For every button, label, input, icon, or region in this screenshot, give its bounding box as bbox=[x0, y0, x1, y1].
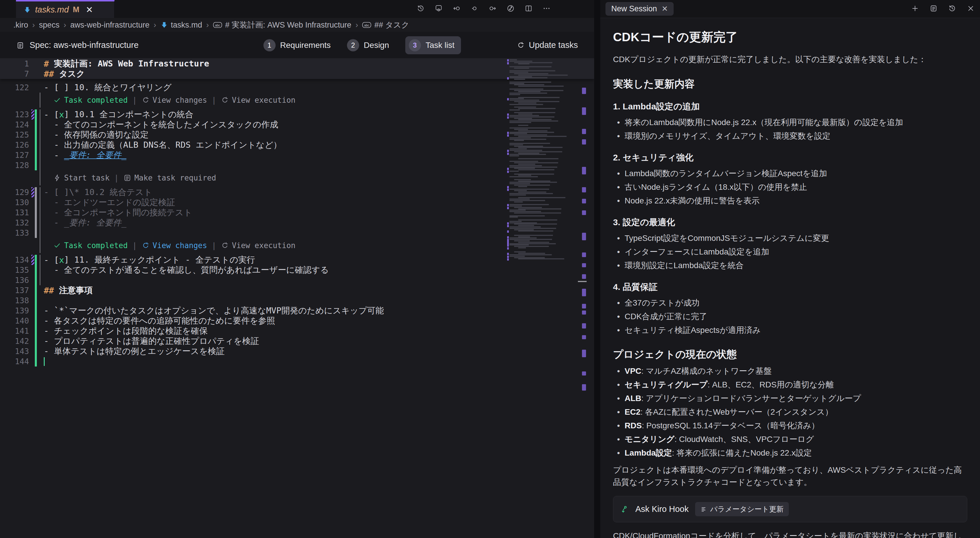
codelens-action[interactable]: Task completed bbox=[53, 241, 128, 250]
line-number: 144 bbox=[0, 357, 31, 366]
token-text: | bbox=[132, 96, 137, 105]
overview-change-block bbox=[582, 199, 586, 204]
spec-step-requirements[interactable]: 1Requirements bbox=[263, 39, 331, 51]
minimap-change-marker bbox=[507, 231, 509, 233]
step-label: Requirements bbox=[280, 41, 331, 50]
chat-plus-button[interactable] bbox=[911, 4, 919, 14]
minimap-line bbox=[518, 169, 554, 170]
card-chip[interactable]: パラメータシート更新 bbox=[695, 502, 789, 516]
chat-history-button[interactable] bbox=[948, 4, 956, 14]
chat-close-button[interactable] bbox=[967, 4, 975, 14]
overview-change-block bbox=[582, 139, 586, 145]
modified-gutter-mark bbox=[31, 110, 34, 119]
token-text: - 全コンポーネント間の接続テスト bbox=[44, 207, 192, 217]
update-tasks-button[interactable]: Update tasks bbox=[517, 40, 578, 50]
codelens-action[interactable]: Make task required bbox=[123, 173, 216, 182]
diff-added-bar bbox=[35, 130, 37, 140]
minimap-line bbox=[509, 144, 523, 145]
token-text: - 各タスクは特定の要件への追跡可能性のために要件を参照 bbox=[44, 316, 275, 326]
chat-tab-close-icon[interactable]: ✕ bbox=[662, 4, 668, 13]
toolbar-history-button[interactable] bbox=[417, 4, 425, 14]
modified-gutter-mark bbox=[31, 255, 34, 265]
svg-text:abc: abc bbox=[364, 24, 370, 27]
overview-change-block bbox=[582, 310, 586, 315]
minimap-change-marker bbox=[507, 170, 509, 173]
codelens-action[interactable]: View changes bbox=[142, 96, 207, 105]
toolbar-graph-button[interactable] bbox=[506, 4, 515, 14]
code-token: - 単体テストは特定の例とエッジケースを検証 bbox=[44, 345, 224, 357]
gutter-space bbox=[31, 228, 34, 238]
minimap-line bbox=[518, 180, 550, 181]
token-text: - 依存関係の適切な設定 bbox=[44, 130, 148, 140]
token-text: タスク bbox=[59, 69, 85, 79]
codelens-action[interactable]: Start task bbox=[53, 173, 110, 182]
token-text: - [ bbox=[44, 255, 59, 265]
pane-divider[interactable] bbox=[594, 0, 600, 538]
minimap-line bbox=[509, 94, 520, 95]
minimap-line bbox=[509, 100, 539, 101]
codelens-action[interactable]: View changes bbox=[142, 241, 207, 250]
diff-added-bar bbox=[35, 275, 37, 285]
breadcrumb-item[interactable]: abc## タスク bbox=[362, 20, 409, 30]
toolbar-nav-forward-button[interactable] bbox=[488, 4, 497, 14]
code-line-129: 129- [ ]\* 10.2 統合テスト bbox=[0, 187, 594, 197]
breadcrumb-item[interactable]: .kiro bbox=[13, 21, 28, 30]
spec-step-task-list[interactable]: 3Task list bbox=[405, 36, 461, 54]
minimap-line bbox=[518, 209, 562, 210]
breadcrumb-item[interactable]: specs bbox=[39, 21, 59, 30]
minimap-line bbox=[514, 134, 547, 135]
bullet-item: CDK合成が正常に完了 bbox=[613, 311, 967, 322]
token-text: - 全てのテストが通ることを確認し、質問があればユーザーに確認する bbox=[44, 265, 329, 275]
minimap-line bbox=[509, 104, 543, 105]
gutter-space bbox=[31, 119, 34, 130]
code-editor[interactable]: 1# 実装計画: AWS Web Infrastructure7## タスク12… bbox=[0, 59, 594, 538]
codelens-action[interactable]: View execution bbox=[221, 241, 295, 250]
toolbar-nav-back-button[interactable] bbox=[453, 4, 461, 14]
toolbar-more-button[interactable] bbox=[542, 4, 550, 14]
code-line-137: 137## 注意事項 bbox=[0, 285, 594, 295]
toolbar-nav-dot-button[interactable] bbox=[471, 4, 479, 14]
token-text: View changes bbox=[153, 96, 207, 105]
minimap-line bbox=[514, 140, 524, 141]
tab-close-icon[interactable]: ✕ bbox=[86, 5, 93, 15]
gutter-space bbox=[31, 150, 34, 160]
code-line-144: 144 bbox=[0, 357, 594, 366]
overview-ruler[interactable] bbox=[582, 59, 587, 538]
minimap[interactable] bbox=[509, 59, 576, 262]
minimap-change-marker bbox=[507, 204, 509, 206]
code-line-122: 122- [ ] 10. 統合とワイヤリング bbox=[0, 83, 594, 92]
token-text: x bbox=[59, 110, 64, 119]
codelens-action[interactable]: View execution bbox=[221, 96, 295, 105]
minimap-line bbox=[509, 60, 532, 62]
minimap-line bbox=[509, 161, 538, 162]
chat-tasklist-button[interactable] bbox=[929, 4, 938, 14]
codelens-separator: | bbox=[114, 173, 119, 182]
spec-step-design[interactable]: 2Design bbox=[347, 39, 389, 51]
gutter-space bbox=[35, 170, 37, 185]
minimap-line bbox=[514, 79, 525, 80]
token-text: | bbox=[114, 173, 119, 182]
token-text: - エンドツーエンドの設定検証 bbox=[44, 197, 175, 207]
minimap-line bbox=[509, 143, 550, 144]
overview-change-block bbox=[582, 274, 586, 279]
chat-tab-new-session[interactable]: New Session ✕ bbox=[606, 2, 674, 16]
overview-change-block bbox=[582, 233, 586, 240]
breadcrumb-item[interactable]: tasks.md bbox=[161, 21, 202, 30]
gutter-space bbox=[31, 170, 34, 185]
minimap-line bbox=[518, 236, 530, 237]
overview-change-block bbox=[582, 253, 586, 257]
breadcrumb-item[interactable]: aws-web-infrastructure bbox=[70, 21, 150, 30]
line-content: ## 注意事項 bbox=[37, 285, 594, 295]
toolbar-annotate-button[interactable] bbox=[434, 4, 443, 14]
bullet-item: VPC: マルチAZ構成のネットワーク基盤 bbox=[613, 365, 967, 377]
code-token: タスク bbox=[59, 68, 85, 80]
breadcrumb-item[interactable]: abc# 実装計画: AWS Web Infrastructure bbox=[213, 20, 351, 30]
toolbar-split-editor-button[interactable] bbox=[525, 4, 533, 14]
overview-change-block bbox=[582, 263, 586, 267]
ask-kiro-hook-card[interactable]: Ask Kiro Hookパラメータシート更新 bbox=[613, 496, 967, 522]
codelens-action[interactable]: Task completed bbox=[53, 96, 128, 105]
token-text: # bbox=[44, 59, 54, 69]
tab-tasks-md[interactable]: tasks.md M ✕ bbox=[16, 0, 115, 18]
codelens-separator: | bbox=[132, 241, 137, 250]
codelens-refresh-icon bbox=[142, 242, 150, 250]
